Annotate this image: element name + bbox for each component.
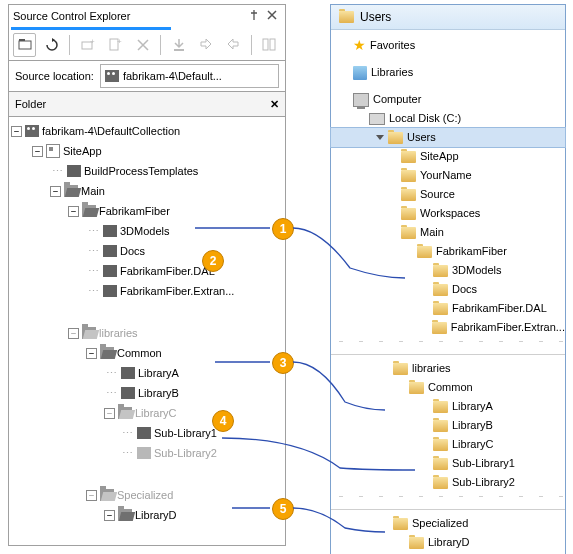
- delete-button[interactable]: [131, 33, 154, 57]
- tree-common[interactable]: − Common: [11, 343, 283, 363]
- tree-docs[interactable]: ⋯ Docs: [11, 241, 283, 261]
- tree-label: SiteApp: [420, 147, 459, 166]
- disk-icon: [369, 113, 385, 125]
- tree-libraries[interactable]: − libraries: [11, 323, 283, 343]
- tree-main[interactable]: − Main: [11, 181, 283, 201]
- close-header-icon[interactable]: ✕: [270, 98, 279, 111]
- close-icon[interactable]: [263, 10, 281, 22]
- tree-specialized[interactable]: − Specialized: [11, 485, 283, 505]
- svg-rect-7: [263, 39, 268, 50]
- tree-label: Sub-Library2: [452, 473, 515, 492]
- tree-dal[interactable]: ⋯ FabrikamFiber.DAL: [11, 261, 283, 281]
- workspace-dropdown-button[interactable]: [13, 33, 36, 57]
- folder-open-icon: [64, 185, 78, 197]
- folder-icon: [433, 284, 448, 296]
- toggle-icon[interactable]: −: [68, 328, 79, 339]
- exp-fabrikamfiber[interactable]: FabrikamFiber: [331, 242, 565, 261]
- exp-sublib1[interactable]: Sub-Library1: [331, 454, 565, 473]
- svg-rect-0: [19, 41, 31, 49]
- libraries-item[interactable]: Libraries: [331, 63, 565, 82]
- users-item[interactable]: Users: [330, 127, 566, 148]
- collection-icon: [105, 70, 119, 82]
- tree-label: LibraryB: [452, 416, 493, 435]
- disk-item[interactable]: Local Disk (C:): [331, 109, 565, 128]
- exp-main[interactable]: Main: [331, 223, 565, 242]
- tree-3dmodels[interactable]: ⋯ 3DModels: [11, 221, 283, 241]
- folder-icon: [433, 439, 448, 451]
- source-location-value: fabrikam-4\Default...: [123, 70, 222, 82]
- toggle-icon[interactable]: −: [104, 510, 115, 521]
- toggle-icon[interactable]: −: [86, 348, 97, 359]
- folder-icon: [103, 225, 117, 237]
- exp-siteapp[interactable]: SiteApp: [331, 147, 565, 166]
- exp-libraries[interactable]: libraries: [331, 359, 565, 378]
- panel-titlebar: Source Control Explorer: [9, 5, 285, 27]
- checkout-button[interactable]: [222, 33, 245, 57]
- exp-sublib2[interactable]: Sub-Library2: [331, 473, 565, 492]
- toggle-icon[interactable]: −: [11, 126, 22, 137]
- exp-libraryc[interactable]: LibraryC: [331, 435, 565, 454]
- toggle-icon[interactable]: −: [68, 206, 79, 217]
- tree-extran[interactable]: ⋯ FabrikamFiber.Extran...: [11, 281, 283, 301]
- exp-docs[interactable]: Docs: [331, 280, 565, 299]
- chevron-down-icon[interactable]: [376, 135, 384, 140]
- tree-label: FabrikamFiber: [99, 201, 170, 221]
- computer-item[interactable]: Computer: [331, 90, 565, 109]
- tree-label: SiteApp: [63, 141, 102, 161]
- folder-column-header[interactable]: Folder ✕: [9, 92, 285, 117]
- folder-icon: [401, 227, 416, 239]
- tree-label: Docs: [120, 241, 145, 261]
- tree-label: YourName: [420, 166, 472, 185]
- source-control-explorer-panel: Source Control Explorer + +: [8, 4, 286, 546]
- toggle-icon[interactable]: −: [32, 146, 43, 157]
- tree-label: Main: [81, 181, 105, 201]
- folder-icon: [103, 245, 117, 257]
- toggle-icon[interactable]: −: [104, 408, 115, 419]
- folder-icon: [401, 151, 416, 163]
- exp-3dmodels[interactable]: 3DModels: [331, 261, 565, 280]
- tree-label: LibraryD: [135, 505, 177, 525]
- pin-icon[interactable]: [245, 10, 263, 22]
- favorites-item[interactable]: ★Favorites: [331, 36, 565, 55]
- toggle-icon[interactable]: −: [86, 490, 97, 501]
- exp-specialized[interactable]: Specialized: [331, 514, 565, 533]
- tree-libraryc[interactable]: − LibraryC: [11, 403, 283, 423]
- folder-icon: [137, 427, 151, 439]
- exp-common[interactable]: Common: [331, 378, 565, 397]
- exp-workspaces[interactable]: Workspaces: [331, 204, 565, 223]
- refresh-button[interactable]: [40, 33, 63, 57]
- tree-librarya[interactable]: ⋯ LibraryA: [11, 363, 283, 383]
- toggle-icon[interactable]: −: [50, 186, 61, 197]
- exp-source[interactable]: Source: [331, 185, 565, 204]
- exp-librarya[interactable]: LibraryA: [331, 397, 565, 416]
- callout-3: 3: [272, 352, 294, 374]
- tree-label: LibraryD: [428, 533, 470, 552]
- callout-2: 2: [202, 250, 224, 272]
- exp-libraryb[interactable]: LibraryB: [331, 416, 565, 435]
- tree-sublib1[interactable]: ⋯ Sub-Library1: [11, 423, 283, 443]
- exp-libraryd[interactable]: LibraryD: [331, 533, 565, 552]
- tree-sublib2[interactable]: ⋯ Sub-Library2: [11, 443, 283, 463]
- tree-root[interactable]: − fabrikam-4\DefaultCollection: [11, 121, 283, 141]
- tree-libraryd[interactable]: − LibraryD: [11, 505, 283, 525]
- source-location-label: Source location:: [15, 70, 94, 82]
- exp-dal[interactable]: FabrikamFiber.DAL: [331, 299, 565, 318]
- tree-siteapp[interactable]: − SiteApp: [11, 141, 283, 161]
- folder-header-label: Folder: [15, 98, 46, 110]
- tree-libraryb[interactable]: ⋯ LibraryB: [11, 383, 283, 403]
- compare-button[interactable]: [258, 33, 281, 57]
- check-in-button[interactable]: [194, 33, 217, 57]
- folder-icon: [103, 285, 117, 297]
- add-folder-button[interactable]: +: [76, 33, 99, 57]
- exp-yourname[interactable]: YourName: [331, 166, 565, 185]
- get-latest-button[interactable]: [167, 33, 190, 57]
- collection-icon: [25, 125, 39, 137]
- tree-build[interactable]: ⋯ BuildProcessTemplates: [11, 161, 283, 181]
- tree-label: Docs: [452, 280, 477, 299]
- tree-label: Workspaces: [420, 204, 480, 223]
- exp-extran[interactable]: FabrikamFiber.Extran...: [331, 318, 565, 337]
- tree-fabrikamfiber[interactable]: − FabrikamFiber: [11, 201, 283, 221]
- tree-label: Computer: [373, 90, 421, 109]
- add-file-button[interactable]: +: [104, 33, 127, 57]
- source-location-box[interactable]: fabrikam-4\Default...: [100, 64, 279, 88]
